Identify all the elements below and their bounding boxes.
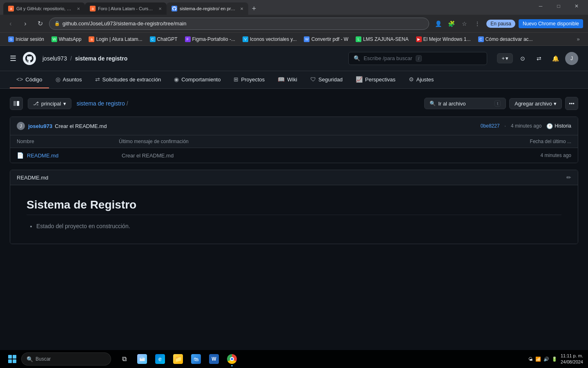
- taskview-button[interactable]: ⧉: [116, 351, 132, 367]
- github-repo[interactable]: sistema de registro: [75, 55, 127, 62]
- explorer-icon: 🏔: [137, 354, 147, 364]
- nav-tab-perspectivas[interactable]: 📈 Perspectivas: [349, 71, 402, 88]
- tab-2-label: Foro | Alura Latam - Cursos onl...: [98, 6, 154, 11]
- ajustes-icon: ⚙: [409, 76, 414, 83]
- extensions-icon-btn[interactable]: 🧩: [445, 18, 457, 29]
- commit-time: 4 minutes ago: [511, 123, 541, 129]
- volume-icon: 🔊: [543, 357, 549, 362]
- nav-tab-solicitudes[interactable]: ⇄ Solicitudes de extracción: [89, 71, 168, 88]
- issues-icon-btn[interactable]: ⊙: [516, 52, 529, 65]
- file-name-link[interactable]: README.md: [27, 153, 122, 159]
- profile-badge[interactable]: En pausa: [486, 20, 515, 28]
- github-search-input[interactable]: 🔍 Escribe /para buscar /: [348, 52, 487, 65]
- file-date: 4 minutes ago: [498, 153, 571, 158]
- search-placeholder-text: Escribe /para buscar: [363, 55, 412, 61]
- add-file-button[interactable]: Agregar archivo ▾: [509, 98, 562, 109]
- readme-edit-button[interactable]: ✏: [566, 174, 571, 181]
- new-item-button[interactable]: + ▾: [497, 53, 513, 63]
- search-icon: 🔍: [354, 55, 360, 61]
- explorer-app[interactable]: 🏔: [134, 351, 150, 367]
- github-nav: <> Código ◎ Asuntos ⇄ Solicitudes de ext…: [0, 71, 588, 89]
- bookmark-icon-btn[interactable]: ☆: [459, 18, 470, 29]
- nav-tab-wiki[interactable]: 📖 Wiki: [271, 71, 304, 88]
- reload-button[interactable]: ↻: [34, 18, 46, 29]
- history-label: Historia: [555, 123, 571, 129]
- commit-hash[interactable]: 0be8227: [481, 123, 500, 129]
- go-to-file-button[interactable]: 🔍 Ir al archivo t: [424, 98, 506, 109]
- bookmark-chatgpt[interactable]: C ChatGPT: [147, 35, 181, 43]
- bookmark-alura[interactable]: a Login | Alura Latam...: [85, 35, 145, 43]
- path-separator: /: [127, 100, 128, 107]
- bookmark-lms[interactable]: L LMS ZAJUNA-SENA: [352, 35, 412, 43]
- tab-3[interactable]: sistema-de-registro/ en princip... ✕: [167, 2, 248, 15]
- commit-right-info: 0be8227 · 4 minutes ago 🕐 Historia: [481, 123, 571, 129]
- chrome-app[interactable]: [224, 351, 240, 367]
- pull-requests-icon-btn[interactable]: ⇄: [532, 52, 546, 65]
- tab-3-label: sistema-de-registro/ en princip...: [180, 6, 236, 11]
- tab-2-close[interactable]: ✕: [158, 7, 162, 11]
- header-actions: + ▾ ⊙ ⇄ 🔔 J: [497, 52, 578, 65]
- notifications-icon-btn[interactable]: 🔔: [549, 52, 562, 65]
- bookmarks-more-button[interactable]: »: [573, 36, 583, 42]
- maximize-button[interactable]: □: [550, 0, 567, 13]
- readme-title: README.md: [17, 175, 48, 181]
- github-logo[interactable]: [23, 52, 36, 65]
- commit-info-bar: J joselu973 Crear el README.md 0be8227 ·…: [10, 117, 578, 135]
- bookmark-whatsapp[interactable]: W WhatsApp: [48, 35, 85, 43]
- history-button[interactable]: 🕐 Historia: [546, 123, 571, 129]
- bookmark-desactivar[interactable]: C Cómo desactivar ac...: [475, 35, 536, 43]
- start-button[interactable]: [5, 352, 20, 366]
- address-input[interactable]: 🔒 github.com/JoseLu973/sistema-de-regist…: [49, 18, 429, 30]
- codigo-icon: <>: [16, 76, 23, 83]
- tab-1-close[interactable]: ✕: [77, 7, 80, 11]
- clock[interactable]: 11:11 p. m. 24/08/2024: [561, 353, 583, 366]
- tab-3-close[interactable]: ✕: [240, 7, 243, 11]
- nav-tab-codigo[interactable]: <> Código: [10, 71, 49, 88]
- path-root-link[interactable]: sistema de registro: [76, 100, 125, 107]
- asuntos-icon: ◎: [56, 76, 60, 83]
- main-content: ⎇ principal ▾ sistema de registro / 🔍 Ir…: [0, 89, 588, 252]
- files-icon: 📁: [173, 354, 183, 364]
- commit-username[interactable]: joselu973: [28, 123, 52, 129]
- more-options-btn[interactable]: ⋮: [472, 18, 483, 29]
- nav-label-asuntos: Asuntos: [63, 76, 82, 83]
- nav-label-ajustes: Ajustes: [416, 76, 434, 83]
- tab-2[interactable]: a Foro | Alura Latam - Cursos onl... ✕: [85, 2, 167, 15]
- nav-tab-comportamiento[interactable]: ◉ Comportamiento: [167, 71, 227, 88]
- profile-icon-btn[interactable]: 👤: [432, 18, 444, 29]
- github-username[interactable]: joselu973: [42, 55, 67, 62]
- back-button[interactable]: ‹: [5, 18, 16, 29]
- bookmark-iconos[interactable]: V Iconos vectoriales y...: [239, 35, 300, 43]
- col-header-date: Fecha del último ...: [498, 139, 571, 144]
- new-chrome-badge[interactable]: Nuevo Chrome disponible: [519, 19, 583, 28]
- window-controls: ─ □ ✕: [532, 0, 585, 13]
- sidebar-toggle[interactable]: [10, 97, 23, 110]
- files-app[interactable]: 📁: [170, 351, 186, 367]
- taskbar-search[interactable]: 🔍 Buscar: [21, 352, 111, 366]
- bookmark-icon-iconos: V: [243, 36, 248, 42]
- bookmark-windows[interactable]: ▶ El Mejor Windows 1...: [413, 35, 474, 43]
- taskview-icon: ⧉: [119, 354, 129, 364]
- store-app[interactable]: 🛍: [188, 351, 204, 367]
- word-app[interactable]: W: [206, 351, 222, 367]
- bookmark-convertir[interactable]: W Convertir pdf - W: [301, 35, 352, 43]
- close-button[interactable]: ✕: [568, 0, 585, 13]
- forward-button[interactable]: ›: [20, 18, 31, 29]
- branch-selector[interactable]: ⎇ principal ▾: [28, 98, 71, 109]
- tab-1[interactable]: a Git y GitHub: repositorio, com... ✕: [3, 2, 85, 15]
- bookmark-iniciar-sesion[interactable]: G Iniciar sesión: [5, 35, 47, 43]
- nav-tab-seguridad[interactable]: 🛡 Seguridad: [304, 71, 349, 88]
- new-tab-button[interactable]: +: [248, 3, 260, 14]
- more-options-button[interactable]: •••: [565, 97, 578, 110]
- breadcrumb-separator: /: [70, 55, 72, 62]
- edge-app[interactable]: e: [152, 351, 168, 367]
- user-avatar[interactable]: J: [565, 52, 578, 65]
- hamburger-menu[interactable]: ☰: [10, 54, 16, 63]
- nav-label-comportamiento: Comportamiento: [181, 76, 220, 83]
- nav-tab-proyectos[interactable]: ⊞ Proyectos: [227, 71, 271, 88]
- nav-label-solicitudes: Solicitudes de extracción: [102, 76, 161, 83]
- nav-tab-ajustes[interactable]: ⚙ Ajustes: [402, 71, 441, 88]
- nav-tab-asuntos[interactable]: ◎ Asuntos: [49, 71, 89, 88]
- minimize-button[interactable]: ─: [532, 0, 549, 13]
- bookmark-figma[interactable]: F Figma-Portafolio -...: [182, 35, 238, 43]
